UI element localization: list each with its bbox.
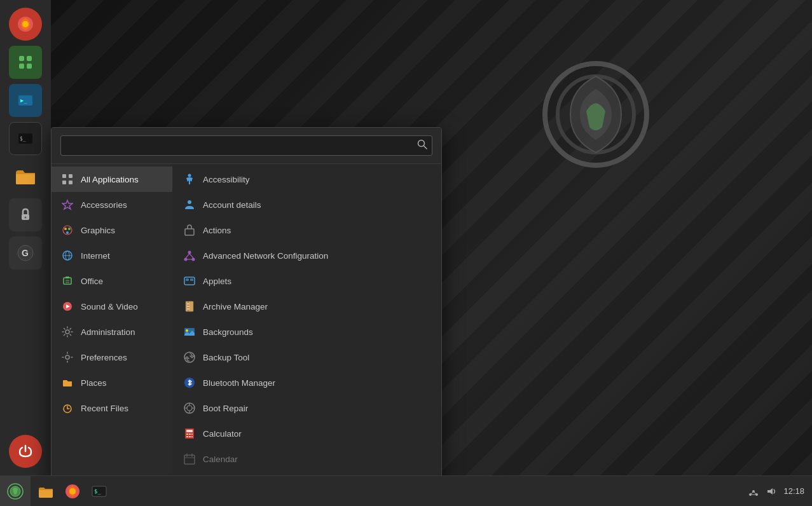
recent-files-icon — [60, 401, 74, 415]
category-recent-files[interactable]: Recent Files — [52, 395, 172, 421]
svg-rect-68 — [191, 434, 193, 435]
svg-rect-65 — [186, 430, 193, 432]
applets-app-label: Applets — [203, 277, 231, 286]
accessibility-app-icon — [182, 172, 196, 186]
svg-point-26 — [66, 231, 69, 234]
category-administration-label: Administration — [81, 327, 135, 337]
bluetooth-app-icon — [182, 376, 196, 390]
category-all-applications[interactable]: All Applications — [52, 167, 172, 192]
calculator-app-label: Calculator — [203, 429, 242, 439]
search-button[interactable] — [417, 139, 427, 152]
svg-line-86 — [754, 491, 757, 495]
category-administration[interactable]: Administration — [52, 319, 172, 345]
search-input-wrap — [60, 135, 432, 156]
account-details-app-icon — [182, 198, 196, 212]
svg-marker-88 — [767, 488, 773, 495]
adv-network-app-label: Advanced Network Configuration — [203, 251, 328, 261]
app-actions[interactable]: Actions — [172, 217, 441, 243]
svg-point-79 — [69, 488, 76, 495]
boot-repair-app-icon — [182, 401, 196, 415]
category-accessories[interactable]: Accessories — [52, 192, 172, 217]
app-adv-network[interactable]: Advanced Network Configuration — [172, 243, 441, 268]
svg-line-85 — [750, 491, 754, 495]
calendar-app-icon — [182, 452, 196, 466]
svg-rect-56 — [187, 306, 189, 307]
terminal-black-icon: $_ — [17, 130, 34, 147]
firefox-icon — [16, 15, 35, 34]
app-account-details[interactable]: Account details — [172, 192, 441, 217]
svg-text:▶_: ▶_ — [20, 97, 27, 104]
account-details-app-label: Account details — [203, 200, 261, 210]
svg-rect-51 — [186, 278, 189, 281]
preferences-icon — [60, 350, 74, 364]
lock-sidebar-icon[interactable] — [9, 198, 42, 231]
app-backup-tool[interactable]: Backup Tool — [172, 345, 441, 370]
category-internet-label: Internet — [81, 251, 110, 261]
app-calculator[interactable]: Calculator — [172, 421, 441, 446]
app-applets[interactable]: Applets — [172, 268, 441, 294]
search-input[interactable] — [60, 135, 432, 156]
svg-point-63 — [187, 406, 192, 411]
terminal-black-sidebar-icon[interactable]: $_ — [9, 122, 42, 155]
svg-point-41 — [188, 174, 191, 177]
svg-point-25 — [68, 228, 71, 230]
svg-rect-69 — [186, 436, 188, 437]
backup-tool-app-label: Backup Tool — [203, 353, 249, 362]
svg-point-37 — [65, 355, 69, 359]
app-calendar[interactable]: Calendar — [172, 446, 441, 472]
taskbar-terminal-icon[interactable]: $_ — [86, 479, 112, 504]
mint-logo — [539, 57, 653, 172]
start-button[interactable] — [0, 476, 31, 507]
backup-tool-app-icon — [182, 350, 196, 364]
category-recent-files-label: Recent Files — [81, 404, 128, 413]
svg-rect-18 — [62, 174, 66, 178]
app-menu: All Applications Accessories — [51, 127, 442, 482]
svg-rect-71 — [191, 436, 193, 437]
taskbar-files-icon[interactable] — [33, 479, 58, 504]
folder-icon — [14, 165, 37, 188]
google-sidebar-icon[interactable]: G — [9, 236, 42, 270]
taskbar-items: $_ — [31, 479, 740, 504]
category-office[interactable]: Office — [52, 268, 172, 294]
svg-line-47 — [186, 254, 189, 258]
svg-text:$_: $_ — [20, 136, 26, 142]
calculator-app-icon — [182, 427, 196, 441]
category-preferences[interactable]: Preferences — [52, 345, 172, 370]
category-sound-video-label: Sound & Video — [81, 302, 138, 311]
accessories-icon — [60, 198, 74, 212]
taskbar-terminal-glyph: $_ — [91, 483, 107, 500]
app-accessibility[interactable]: Accessibility — [172, 167, 441, 192]
firefox-sidebar-icon[interactable] — [9, 8, 42, 41]
apps-list-panel: Accessibility Account details — [172, 164, 441, 482]
svg-rect-67 — [189, 434, 191, 435]
lock-icon — [18, 207, 33, 222]
category-graphics[interactable]: Graphics — [52, 217, 172, 243]
app-boot-repair[interactable]: Boot Repair — [172, 395, 441, 421]
backgrounds-app-label: Backgrounds — [203, 327, 253, 337]
app-archive-manager[interactable]: Archive Manager — [172, 294, 441, 319]
app-backgrounds[interactable]: Backgrounds — [172, 319, 441, 345]
category-sound-video[interactable]: Sound & Video — [52, 294, 172, 319]
app-bluetooth[interactable]: Bluetooth Manager — [172, 370, 441, 395]
applets-app-icon — [182, 274, 196, 288]
graphics-icon — [60, 223, 74, 237]
svg-rect-50 — [184, 277, 195, 285]
category-places[interactable]: Places — [52, 370, 172, 395]
apps-grid-sidebar-icon[interactable] — [9, 46, 42, 79]
files-sidebar-icon[interactable] — [9, 160, 42, 193]
search-icon — [417, 139, 427, 149]
launcher-sidebar: ▶_ $_ G — [0, 0, 51, 475]
taskbar-firefox-icon[interactable] — [60, 479, 85, 504]
svg-rect-43 — [185, 229, 194, 235]
all-apps-icon — [60, 172, 74, 186]
accessibility-app-label: Accessibility — [203, 175, 250, 184]
archive-manager-app-label: Archive Manager — [203, 302, 268, 311]
svg-line-17 — [424, 146, 427, 149]
svg-rect-30 — [64, 278, 71, 284]
power-sidebar-icon[interactable] — [9, 435, 42, 468]
terminal-green-sidebar-icon[interactable]: ▶_ — [9, 84, 42, 117]
svg-rect-72 — [184, 455, 195, 464]
category-internet[interactable]: Internet — [52, 243, 172, 268]
g-icon: G — [17, 244, 34, 262]
svg-marker-22 — [62, 200, 72, 209]
